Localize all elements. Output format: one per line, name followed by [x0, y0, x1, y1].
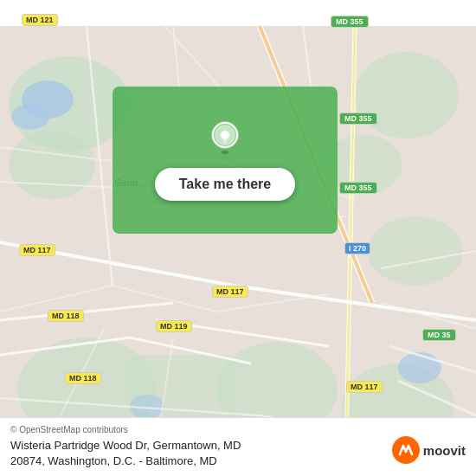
road-label-md118-low: MD 118 [65, 372, 101, 384]
road-label-md117-right: MD 117 [346, 381, 383, 393]
moovit-text: moovit [423, 443, 466, 458]
moovit-icon [392, 436, 420, 464]
road-label-i270: I 270 [344, 242, 370, 254]
moovit-logo: moovit [392, 436, 466, 464]
svg-point-3 [355, 52, 459, 138]
road-label-md118: MD 118 [48, 310, 84, 322]
road-label-md121: MD 121 [22, 14, 58, 26]
svg-point-12 [398, 352, 441, 383]
svg-point-11 [11, 104, 49, 130]
map-container: MD 355 MD 355 MD 355 MD 117 MD 117 MD 11… [0, 0, 476, 476]
road-label-md355-top: MD 355 [331, 16, 369, 28]
road-label-md119: MD 119 [156, 320, 192, 332]
location-pin [206, 119, 244, 158]
road-label-md117-bot: MD 117 [212, 286, 248, 298]
svg-point-51 [222, 151, 228, 154]
copyright-text: © OpenStreetMap contributors [10, 425, 466, 434]
bottom-bar: © OpenStreetMap contributors Wisteria Pa… [0, 417, 476, 476]
road-label-md35: MD 35 [422, 329, 456, 341]
road-label-md355-low: MD 355 [339, 182, 377, 194]
take-me-there-button[interactable]: Take me there [155, 168, 295, 201]
road-label-md117-left: MD 117 [19, 244, 55, 256]
map-overlay: Take me there [113, 87, 338, 234]
svg-point-5 [368, 216, 463, 286]
svg-point-2 [9, 130, 95, 199]
road-label-md355-mid: MD 355 [339, 113, 377, 125]
